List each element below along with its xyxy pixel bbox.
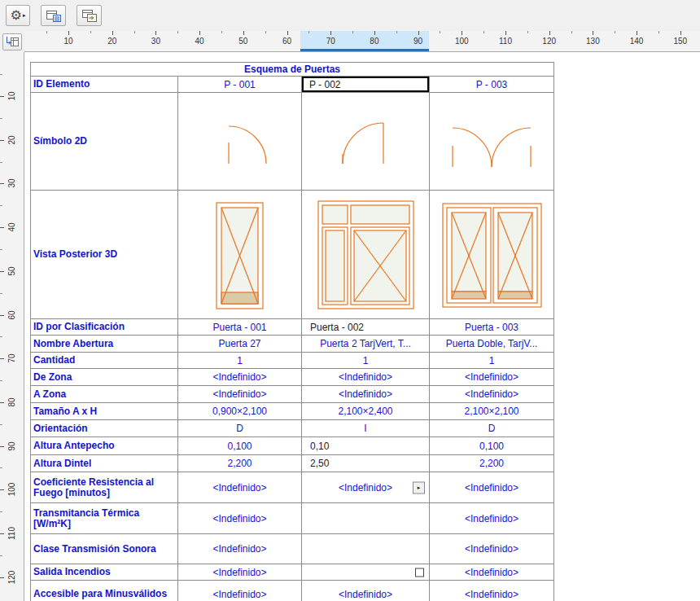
ruler-label: 90 <box>402 37 435 46</box>
schedule-cell[interactable]: <Indefinido> ▸ <box>302 472 430 503</box>
ruler-tick <box>593 31 593 35</box>
schedule-cell[interactable]: <Indefinido> <box>178 503 302 534</box>
schedule-cell[interactable]: <Indefinido> <box>178 369 302 386</box>
ruler-label: 140 <box>620 37 653 46</box>
row-label-nombre-abertura: Nombre Abertura <box>31 336 178 353</box>
settings-gear-button[interactable]: ⚙ ▸ <box>6 5 30 26</box>
ruler-tick <box>615 31 615 33</box>
ruler-label: 20 <box>5 132 18 148</box>
schedule-cell[interactable]: 1 <box>302 353 430 369</box>
schedule-cell[interactable]: <Indefinido> <box>178 581 302 601</box>
schedule-cell[interactable]: <Indefinido> <box>178 564 302 581</box>
ruler-label: 60 <box>5 307 18 323</box>
schedule-cell[interactable]: <Indefinido> <box>430 503 554 534</box>
table-row: Coeficiente Resistencia al Fuego [minuto… <box>31 472 554 503</box>
schedule-cell[interactable]: <Indefinido> <box>430 369 554 386</box>
cell-symbol2d-p001[interactable] <box>178 93 302 191</box>
table-row-symbol-2d: Símbolo 2D <box>31 93 554 191</box>
ruler-tick <box>374 31 375 35</box>
schedule-cell[interactable]: <Indefinido> <box>430 386 554 403</box>
row-label-vista-posterior-3d: Vista Posterior 3D <box>31 191 178 319</box>
schedule-cell[interactable] <box>302 503 430 534</box>
ruler-tick <box>0 162 2 163</box>
cell-vista3d-p002[interactable] <box>302 191 430 319</box>
schedule-cell[interactable]: <Indefinido> <box>302 581 430 601</box>
ruler-tick <box>308 31 309 33</box>
cell-element-id-p003[interactable]: P - 003 <box>430 77 554 93</box>
schedule-cell[interactable]: I <box>302 420 430 437</box>
ruler-tick <box>483 31 484 33</box>
table-row: Tamaño A x H 0,900×2,100 2,100×2,400 2,1… <box>31 403 554 420</box>
salida-incendios-checkbox[interactable] <box>415 568 424 577</box>
cell-symbol2d-p002[interactable] <box>302 93 430 191</box>
schedule-cell[interactable]: <Indefinido> <box>430 581 554 601</box>
cell-element-id-p001[interactable]: P - 001 <box>178 77 302 93</box>
schedule-cell[interactable]: 2,200 <box>178 455 302 472</box>
door-3d-single-icon <box>178 191 301 318</box>
schedule-cell[interactable]: <Indefinido> <box>178 534 302 564</box>
flyout-arrow-icon: ▸ <box>23 12 26 19</box>
schedule-cell[interactable]: 1 <box>178 353 302 369</box>
schedule-cell[interactable]: Puerta 27 <box>178 336 302 353</box>
schedule-cell[interactable] <box>302 564 430 581</box>
coeficiente-dropdown-button[interactable]: ▸ <box>413 481 425 494</box>
ruler-tick <box>0 533 4 534</box>
schedule-cell[interactable]: <Indefinido> <box>302 369 430 386</box>
schedule-cell[interactable]: <Indefinido> <box>178 386 302 403</box>
ruler-tick <box>0 249 2 250</box>
schedule-cell-edited[interactable]: 0,10 <box>302 437 430 455</box>
schedule-cell[interactable]: Puerta 2 TarjVert, T... <box>302 336 430 353</box>
table-row: A Zona <Indefinido> <Indefinido> <Indefi… <box>31 386 554 403</box>
schedule-cell[interactable]: 2,100×2,100 <box>430 403 554 420</box>
cell-vista3d-p001[interactable] <box>178 191 302 319</box>
table-row: Orientación D I D <box>31 420 554 437</box>
ruler-tick <box>112 31 113 35</box>
ruler-tick <box>0 140 4 141</box>
ruler-tick <box>637 31 637 35</box>
cell-element-id-p002-selected[interactable]: P - 002 <box>302 77 430 93</box>
ruler-label: 10 <box>52 37 85 46</box>
ruler-label: 50 <box>227 37 260 46</box>
schedule-cell[interactable] <box>302 534 430 564</box>
ruler-tick <box>0 74 2 75</box>
ruler-label: 130 <box>576 37 609 46</box>
schedule-cell[interactable]: <Indefinido> <box>302 386 430 403</box>
ruler-label: 70 <box>5 350 18 366</box>
schedule-cell[interactable]: Puerta Doble, TarjV... <box>430 336 554 353</box>
ruler-tick <box>440 31 440 33</box>
row-label-de-zona: De Zona <box>31 369 178 386</box>
display-options-icon <box>81 9 98 23</box>
horizontal-ruler: 102030405060708090100110120130140150 <box>24 31 700 52</box>
schedule-cell[interactable]: Puerta - 001 <box>178 319 302 336</box>
ruler-tick <box>505 31 506 35</box>
row-label-salida-incendios: Salida Incendios <box>31 564 178 581</box>
schedule-cell[interactable]: 1 <box>430 353 554 369</box>
schedule-cell[interactable]: D <box>178 420 302 437</box>
schedule-cell[interactable]: <Indefinido> <box>430 564 554 581</box>
schedule-cell[interactable]: 2,200 <box>430 455 554 472</box>
ruler-tick <box>352 31 353 33</box>
table-row: Altura Antepecho 0,100 0,10 0,100 <box>31 437 554 455</box>
ruler-label: 80 <box>5 394 18 410</box>
schedule-cell-edited[interactable]: Puerta - 002 <box>302 319 430 336</box>
schedule-cell[interactable]: 2,100×2,400 <box>302 403 430 420</box>
scheme-settings-button[interactable] <box>41 5 66 26</box>
schedule-cell[interactable]: 0,100 <box>430 437 554 455</box>
cell-symbol2d-p003[interactable] <box>430 93 554 191</box>
ruler-tick <box>0 96 4 97</box>
ruler-tick <box>0 183 4 184</box>
schedule-cell[interactable]: Puerta - 003 <box>430 319 554 336</box>
table-row: Clase Transmisión Sonora <Indefinido> <I… <box>31 534 554 564</box>
schedule-cell[interactable]: <Indefinido> <box>178 472 302 503</box>
schedule-cell[interactable]: D <box>430 420 554 437</box>
ruler-tick <box>0 402 4 403</box>
ruler-options-button[interactable] <box>2 33 22 50</box>
ruler-tick <box>0 336 2 337</box>
display-options-button[interactable] <box>77 5 102 26</box>
schedule-cell[interactable]: 0,100 <box>178 437 302 455</box>
schedule-cell[interactable]: <Indefinido> <box>430 472 554 503</box>
schedule-cell[interactable]: <Indefinido> <box>430 534 554 564</box>
schedule-cell-edited[interactable]: 2,50 <box>302 455 430 472</box>
schedule-cell[interactable]: 0,900×2,100 <box>178 403 302 420</box>
cell-vista3d-p003[interactable] <box>430 191 554 319</box>
